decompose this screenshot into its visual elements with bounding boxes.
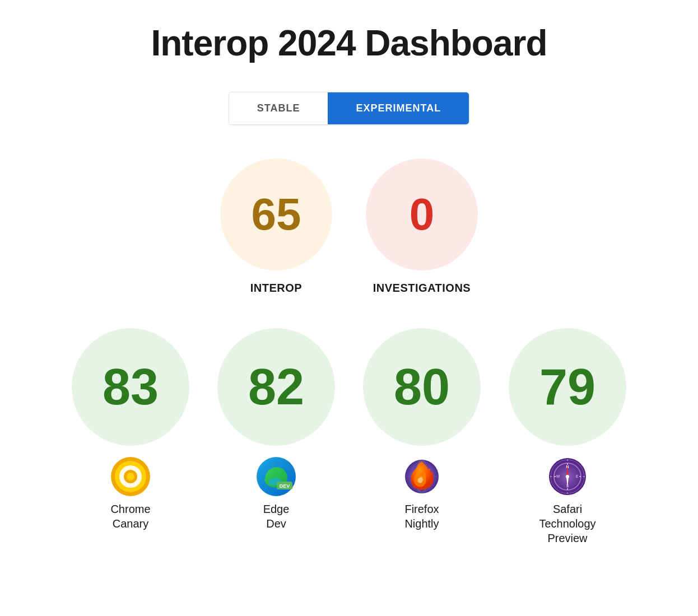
edge-dev-circle: 82 xyxy=(217,328,335,446)
safari-tp-icon-wrapper: N S E W SafariTechnologyPreview xyxy=(539,457,595,545)
chrome-canary-icon-wrapper: ChromeCanary xyxy=(110,457,150,531)
firefox-nightly-name: FirefoxNightly xyxy=(404,502,439,531)
browsers-row: 83 ChromeCanary 82 xyxy=(66,328,632,545)
interop-score-item: 65 INTEROP xyxy=(220,158,332,295)
investigations-value: 0 xyxy=(410,192,435,237)
interop-label: INTEROP xyxy=(250,282,302,295)
edge-dev-score: 82 xyxy=(248,362,304,412)
chrome-canary-score: 83 xyxy=(103,362,159,412)
investigations-score-item: 0 INVESTIGATIONS xyxy=(366,158,478,295)
firefox-nightly-icon-wrapper: FirefoxNightly xyxy=(402,457,441,531)
chrome-canary-icon xyxy=(111,457,150,496)
chrome-canary-circle: 83 xyxy=(72,328,189,446)
tab-switcher: STABLE EXPERIMENTAL xyxy=(229,92,469,125)
top-scores: 65 INTEROP 0 INVESTIGATIONS xyxy=(220,158,478,295)
edge-dev-icon: DEV xyxy=(257,457,296,496)
browser-item-edge-dev: 82 DEV xyxy=(212,328,341,531)
browser-item-safari-tp: 79 N xyxy=(503,328,632,545)
firefox-nightly-circle: 80 xyxy=(363,328,481,446)
firefox-nightly-score: 80 xyxy=(394,362,450,412)
browser-item-chrome-canary: 83 ChromeCanary xyxy=(66,328,195,531)
investigations-label: INVESTIGATIONS xyxy=(373,282,471,295)
investigations-circle: 0 xyxy=(366,158,478,270)
edge-dev-icon-wrapper: DEV EdgeDev xyxy=(257,457,296,531)
interop-circle: 65 xyxy=(220,158,332,270)
interop-value: 65 xyxy=(252,192,301,237)
firefox-nightly-icon xyxy=(402,457,441,496)
tab-experimental[interactable]: EXPERIMENTAL xyxy=(328,92,469,124)
svg-point-25 xyxy=(566,475,569,478)
safari-tp-circle: 79 xyxy=(509,328,626,446)
tab-stable[interactable]: STABLE xyxy=(229,92,328,124)
page-title: Interop 2024 Dashboard xyxy=(151,22,547,64)
safari-tp-name: SafariTechnologyPreview xyxy=(539,502,595,545)
edge-dev-name: EdgeDev xyxy=(263,502,290,531)
browser-item-firefox-nightly: 80 xyxy=(357,328,486,531)
safari-tp-icon: N S E W xyxy=(548,457,587,496)
svg-text:DEV: DEV xyxy=(280,483,290,489)
svg-text:E: E xyxy=(576,474,579,478)
chrome-canary-name: ChromeCanary xyxy=(110,502,150,531)
safari-tp-score: 79 xyxy=(539,362,595,412)
svg-point-4 xyxy=(127,473,134,480)
svg-text:W: W xyxy=(556,474,560,478)
